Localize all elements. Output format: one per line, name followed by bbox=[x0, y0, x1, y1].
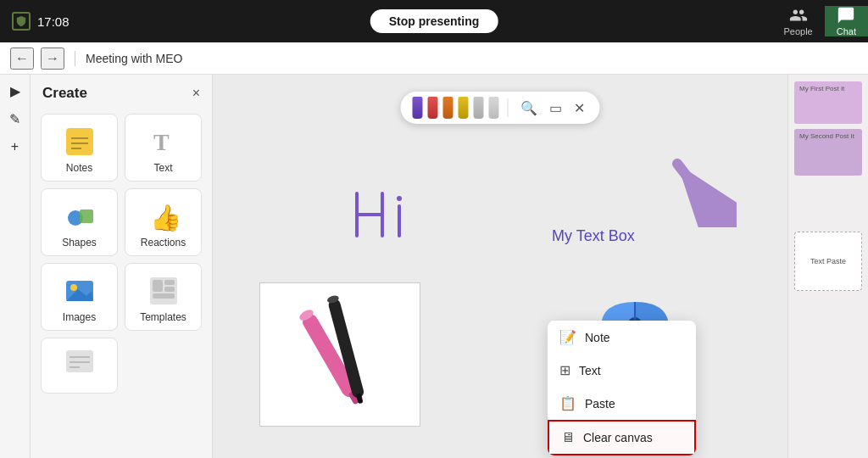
tool-shapes[interactable]: Shapes bbox=[41, 188, 118, 256]
clear-canvas-icon: 🖥 bbox=[561, 430, 575, 445]
people-label: People bbox=[783, 26, 812, 36]
extra-icon bbox=[63, 349, 97, 383]
canvas-arrow bbox=[660, 151, 737, 231]
frame-button[interactable]: ▭ bbox=[546, 98, 565, 118]
pen-tool-button[interactable]: ✎ bbox=[9, 111, 20, 127]
svg-line-22 bbox=[677, 164, 720, 219]
svg-rect-12 bbox=[153, 280, 163, 292]
images-label: Images bbox=[63, 311, 96, 323]
canvas-textbox: My Text Box bbox=[552, 227, 635, 245]
tool-notes[interactable]: Notes bbox=[41, 114, 118, 182]
close-panel-button[interactable]: × bbox=[192, 86, 200, 101]
text-icon: T bbox=[147, 125, 181, 159]
text-label: Text bbox=[153, 162, 172, 174]
notes-label: Notes bbox=[66, 162, 92, 174]
svg-rect-13 bbox=[164, 280, 175, 285]
sticky-note-1[interactable]: My First Post It bbox=[794, 81, 862, 124]
main-area: ▶ ✎ + Create × Notes bbox=[0, 75, 868, 458]
context-paste-label: Paste bbox=[585, 397, 615, 411]
canvas-area[interactable]: 🔍 ▭ ✕ My Text Box bbox=[213, 75, 787, 458]
left-panel: Create × Notes bbox=[31, 75, 213, 458]
sticky-note-2-label: My Second Post It bbox=[799, 132, 857, 140]
text-paste-thumb[interactable]: Text Paste bbox=[794, 232, 862, 291]
create-label: Create bbox=[42, 85, 87, 102]
context-paste[interactable]: 📋 Paste bbox=[548, 387, 696, 420]
svg-rect-0 bbox=[66, 128, 93, 155]
context-note[interactable]: 📝 Note bbox=[548, 321, 696, 354]
svg-text:👍: 👍 bbox=[150, 203, 181, 233]
context-note-label: Note bbox=[585, 331, 610, 344]
svg-rect-14 bbox=[164, 287, 175, 292]
back-button[interactable]: ← bbox=[10, 47, 34, 70]
context-menu: 📝 Note ⊞ Text 📋 Paste 🖥 Clear canvas bbox=[548, 321, 696, 455]
topbar: 17:08 Stop presenting People Chat bbox=[0, 0, 868, 42]
right-sidebar: My First Post It My Second Post It Text … bbox=[787, 75, 868, 458]
shield-icon bbox=[12, 12, 31, 31]
tool-reactions[interactable]: 👍 Reactions bbox=[125, 188, 202, 256]
pencil-gray2[interactable] bbox=[489, 97, 499, 119]
pointer-tool-button[interactable]: ▶ bbox=[10, 83, 20, 99]
panel-header: Create × bbox=[31, 75, 212, 107]
templates-label: Templates bbox=[140, 311, 186, 323]
notes-icon bbox=[63, 125, 97, 159]
context-text-label: Text bbox=[579, 364, 601, 377]
logo-area: 17:08 bbox=[0, 12, 70, 31]
people-button[interactable]: People bbox=[771, 6, 824, 36]
shapes-icon bbox=[63, 199, 97, 233]
tool-extra[interactable] bbox=[41, 338, 118, 394]
pencil-yellow[interactable] bbox=[459, 97, 469, 119]
thin-toolbar: ▶ ✎ + bbox=[0, 75, 31, 458]
images-icon bbox=[63, 274, 97, 308]
close-toolbar-button[interactable]: ✕ bbox=[570, 98, 588, 118]
reactions-label: Reactions bbox=[141, 237, 186, 249]
shapes-label: Shapes bbox=[62, 237, 97, 249]
sticky-note-2[interactable]: My Second Post It bbox=[794, 129, 862, 176]
stop-presenting-button[interactable]: Stop presenting bbox=[370, 9, 498, 33]
right-icons: People Chat bbox=[771, 6, 868, 36]
meeting-title: Meeting with MEO bbox=[86, 52, 182, 65]
drawing-toolbar: 🔍 ▭ ✕ bbox=[401, 92, 600, 124]
reactions-icon: 👍 bbox=[147, 199, 181, 233]
canvas-image-pens bbox=[259, 282, 420, 427]
text-paste-label: Text Paste bbox=[810, 257, 846, 265]
svg-point-20 bbox=[397, 196, 402, 201]
svg-text:T: T bbox=[153, 129, 170, 155]
templates-icon bbox=[147, 274, 181, 308]
tool-images[interactable]: Images bbox=[41, 263, 118, 331]
add-tool-button[interactable]: + bbox=[11, 139, 19, 154]
pencil-red[interactable] bbox=[428, 97, 438, 119]
secondbar: ← → Meeting with MEO bbox=[0, 42, 868, 75]
tool-templates[interactable]: Templates bbox=[125, 263, 202, 331]
zoom-button[interactable]: 🔍 bbox=[517, 98, 541, 118]
clock-time: 17:08 bbox=[37, 14, 70, 29]
svg-point-9 bbox=[70, 284, 77, 291]
tools-grid: Notes T Text Shapes bbox=[31, 107, 212, 400]
paste-menu-icon: 📋 bbox=[559, 395, 576, 411]
svg-rect-15 bbox=[153, 293, 175, 299]
context-text[interactable]: ⊞ Text bbox=[548, 354, 696, 387]
chat-button[interactable]: Chat bbox=[825, 6, 868, 36]
sticky-note-1-label: My First Post It bbox=[799, 85, 857, 92]
tool-text[interactable]: T Text bbox=[125, 114, 202, 182]
context-clear-canvas[interactable]: 🖥 Clear canvas bbox=[548, 420, 696, 455]
context-clear-label: Clear canvas bbox=[583, 431, 653, 444]
pencil-purple[interactable] bbox=[413, 97, 423, 119]
handwriting-hi bbox=[348, 185, 442, 256]
note-menu-icon: 📝 bbox=[559, 329, 576, 345]
text-menu-icon: ⊞ bbox=[559, 362, 570, 378]
forward-button[interactable]: → bbox=[41, 47, 64, 70]
svg-rect-6 bbox=[80, 209, 93, 223]
toolbar-sep1 bbox=[508, 98, 509, 117]
pencil-orange[interactable] bbox=[443, 97, 453, 119]
chat-label: Chat bbox=[837, 26, 856, 36]
nav-divider bbox=[75, 51, 75, 66]
pencil-gray1[interactable] bbox=[474, 97, 484, 119]
